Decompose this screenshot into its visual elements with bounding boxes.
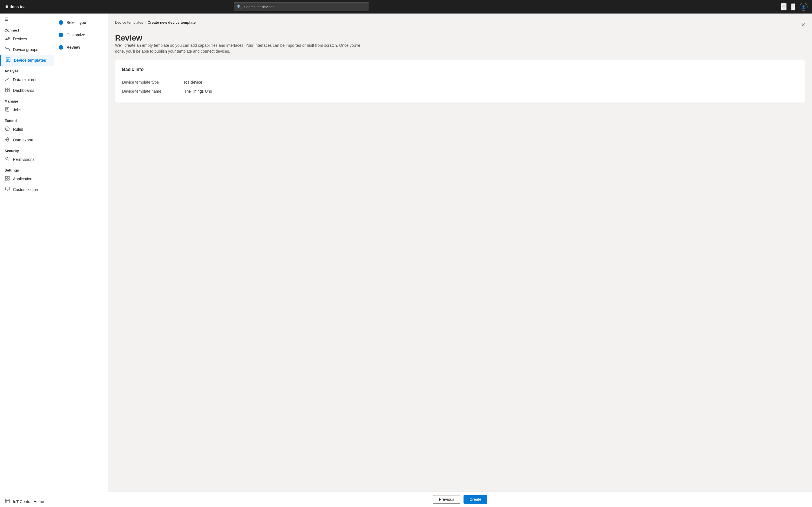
svg-rect-22 — [8, 176, 9, 178]
breadcrumb-separator: › — [145, 21, 146, 24]
sidebar-item-dashboards-label: Dashboards — [13, 88, 35, 93]
sidebar-item-device-groups-label: Device groups — [13, 47, 38, 52]
sidebar-section-settings: Settings — [0, 165, 54, 173]
sidebar-item-data-export[interactable]: Data export — [0, 135, 54, 145]
sidebar-item-devices-label: Devices — [13, 37, 27, 41]
wizard-step-select-type: Select type — [59, 20, 86, 25]
jobs-icon — [4, 107, 10, 113]
sidebar-item-device-groups[interactable]: Device groups — [0, 44, 54, 55]
page-title: Review — [115, 34, 805, 43]
data-export-icon — [4, 137, 10, 143]
main-content: Device templates › Create new device tem… — [108, 13, 812, 507]
svg-line-20 — [8, 159, 9, 161]
device-template-type-value: IoT device — [184, 80, 202, 84]
breadcrumb-parent-link[interactable]: Device templates — [115, 20, 143, 24]
app-logo: tti-docs-ica — [4, 4, 26, 9]
devices-icon — [4, 36, 10, 42]
svg-rect-28 — [5, 499, 9, 503]
hamburger-icon: ☰ — [4, 17, 8, 21]
rules-icon — [4, 126, 10, 132]
previous-button[interactable]: Previous — [433, 495, 460, 504]
topbar: tti-docs-ica 🔍 ⚙ ? 👤 — [0, 0, 812, 13]
sidebar-item-data-explorer[interactable]: Data explorer — [0, 74, 54, 85]
sidebar-section-manage: Manage — [0, 96, 54, 105]
sidebar-item-application-label: Application — [13, 177, 33, 181]
wizard-connector-2 — [61, 37, 61, 45]
svg-rect-0 — [5, 37, 8, 40]
search-icon: 🔍 — [237, 4, 242, 9]
wizard-dot-select-type — [59, 20, 63, 25]
sidebar-item-data-explorer-label: Data explorer — [13, 77, 37, 82]
help-button[interactable]: ? — [791, 3, 795, 10]
sidebar-item-customization-label: Customization — [13, 187, 38, 192]
wizard-dot-review — [59, 45, 63, 50]
svg-rect-24 — [8, 179, 9, 180]
avatar[interactable]: 👤 — [800, 3, 808, 11]
card-row-type: Device template type IoT device — [122, 78, 798, 87]
sidebar-item-jobs[interactable]: Jobs — [0, 105, 54, 115]
create-button[interactable]: Create — [463, 495, 487, 504]
data-explorer-icon — [4, 76, 10, 83]
menu-toggle-button[interactable]: ☰ — [0, 13, 54, 25]
sidebar-item-application[interactable]: Application — [0, 173, 54, 184]
sidebar-item-permissions-label: Permissions — [13, 157, 35, 162]
svg-rect-25 — [5, 187, 9, 190]
wizard-step-select-type-label: Select type — [66, 20, 86, 25]
basic-info-card: Basic info Device template type IoT devi… — [115, 60, 805, 103]
wizard-step-customize-label: Customize — [66, 33, 85, 37]
sidebar-section-connect: Connect — [0, 25, 54, 34]
svg-rect-11 — [5, 90, 7, 92]
svg-rect-4 — [6, 47, 9, 48]
content-area: Device templates › Create new device tem… — [108, 13, 812, 492]
wizard-dot-customize — [59, 33, 63, 37]
svg-rect-9 — [5, 88, 7, 90]
sidebar-section-security: Security — [0, 145, 54, 154]
device-groups-icon — [4, 47, 10, 53]
dashboards-icon — [4, 87, 10, 94]
svg-point-17 — [5, 127, 9, 131]
wizard-step-review: Review — [59, 45, 80, 50]
settings-button[interactable]: ⚙ — [781, 3, 786, 10]
breadcrumb-current: Create new device template — [147, 20, 196, 24]
search-bar[interactable]: 🔍 — [234, 2, 369, 11]
customization-icon — [4, 186, 10, 193]
sidebar-item-permissions[interactable]: Permissions — [0, 154, 54, 165]
svg-point-19 — [6, 157, 8, 159]
permissions-icon — [4, 156, 10, 163]
svg-rect-23 — [5, 179, 7, 180]
sidebar: ☰ Connect Devices Device groups Device t… — [0, 13, 54, 507]
sidebar-section-analyze: Analyze — [0, 66, 54, 74]
sidebar-item-dashboards[interactable]: Dashboards — [0, 85, 54, 96]
wizard-connector-1 — [61, 25, 61, 33]
sidebar-item-jobs-label: Jobs — [13, 108, 21, 112]
svg-rect-12 — [8, 90, 9, 92]
sidebar-item-data-export-label: Data export — [13, 138, 33, 142]
device-templates-icon — [5, 57, 11, 63]
sidebar-item-devices[interactable]: Devices — [0, 34, 54, 44]
sidebar-item-rules[interactable]: Rules — [0, 124, 54, 135]
sidebar-item-device-templates-label: Device templates — [14, 58, 46, 62]
wizard-steps-panel: Select type Customize Review — [54, 13, 108, 507]
svg-rect-21 — [5, 176, 7, 178]
close-button[interactable]: ✕ — [801, 22, 805, 28]
topbar-actions: ⚙ ? 👤 — [781, 3, 808, 11]
device-template-name-value: The Things Uno — [184, 89, 212, 94]
svg-rect-1 — [6, 39, 7, 40]
card-row-name: Device template name The Things Uno — [122, 87, 798, 96]
wizard-step-customize: Customize — [59, 33, 85, 37]
sidebar-section-extend: Extend — [0, 115, 54, 124]
search-input[interactable] — [244, 5, 366, 9]
sidebar-item-iot-central-home[interactable]: IoT Central Home — [0, 496, 54, 507]
sidebar-item-device-templates[interactable]: Device templates — [0, 55, 54, 66]
page-description: We'll create an empty template so you ca… — [115, 43, 369, 54]
sidebar-item-customization[interactable]: Customization — [0, 184, 54, 195]
content-wrapper: Device templates › Create new device tem… — [115, 20, 805, 103]
iot-central-home-icon — [4, 499, 10, 505]
application-icon — [4, 176, 10, 182]
sidebar-item-rules-label: Rules — [13, 127, 23, 131]
device-template-name-label: Device template name — [122, 89, 184, 94]
breadcrumb: Device templates › Create new device tem… — [115, 20, 196, 24]
svg-rect-10 — [8, 88, 9, 90]
basic-info-card-title: Basic info — [122, 67, 798, 72]
device-template-type-label: Device template type — [122, 80, 184, 84]
